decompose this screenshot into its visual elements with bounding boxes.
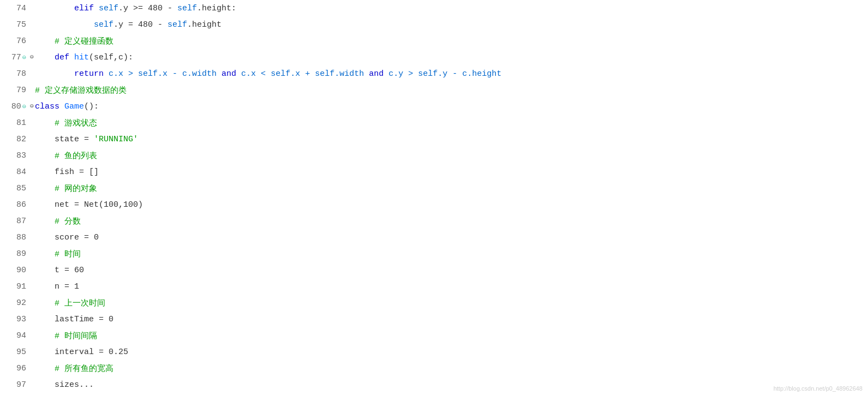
line-number: 78 bbox=[0, 69, 33, 79]
fold-icon[interactable]: ⊖ bbox=[22, 103, 26, 111]
code-row: 81 # 游戏状态 bbox=[0, 115, 868, 131]
token-id: state = bbox=[35, 135, 94, 144]
token-blue-id: .y - c.height bbox=[438, 69, 501, 79]
line-number: 91 bbox=[0, 282, 33, 291]
line-number: 79 bbox=[0, 86, 33, 95]
token-kw: return bbox=[74, 69, 109, 79]
token-cm: # 定义碰撞函数 bbox=[35, 37, 113, 46]
token-cm: # 上一次时间 bbox=[35, 299, 105, 308]
code-line-content: # 所有鱼的宽高 bbox=[33, 363, 868, 374]
line-number: 85 bbox=[0, 184, 33, 193]
code-line-content: lastTime = 0 bbox=[33, 315, 868, 324]
token-str: 'RUNNING' bbox=[94, 135, 138, 144]
code-row: 97 sizes... bbox=[0, 376, 868, 393]
token-id: fish = [] bbox=[35, 167, 99, 177]
token-id bbox=[35, 20, 94, 29]
token-id: .y = 480 - bbox=[113, 20, 167, 29]
code-row: 74 elif self.y >= 480 - self.height: bbox=[0, 0, 868, 16]
code-row: 82 state = 'RUNNING' bbox=[0, 131, 868, 147]
token-id: .height bbox=[187, 20, 222, 29]
token-id: score = 0 bbox=[35, 233, 99, 242]
code-row: 80⊖class Game(): bbox=[0, 98, 868, 115]
code-lines: 74 elif self.y >= 480 - self.height:75 s… bbox=[0, 0, 868, 393]
token-fn: Game bbox=[64, 102, 84, 111]
code-line-content: t = 60 bbox=[33, 266, 868, 275]
line-number: 88 bbox=[0, 233, 33, 242]
line-number: 80⊖ bbox=[0, 102, 33, 111]
code-row: 92 # 上一次时间 bbox=[0, 295, 868, 311]
line-number: 93 bbox=[0, 315, 33, 324]
code-line-content: # 分数 bbox=[33, 216, 868, 226]
token-fn: hit bbox=[74, 53, 89, 62]
token-cm: # 时间 bbox=[35, 250, 81, 259]
token-cm: # 定义存储游戏数据的类 bbox=[35, 86, 127, 95]
token-cm: # 分数 bbox=[35, 217, 81, 226]
code-row: 78 return c.x > self.x - c.width and c.x… bbox=[0, 65, 868, 82]
line-number: 89 bbox=[0, 249, 33, 259]
code-line-content: n = 1 bbox=[33, 282, 868, 291]
code-editor: 74 elif self.y >= 480 - self.height:75 s… bbox=[0, 0, 868, 395]
token-id: net = Net(100,100) bbox=[35, 200, 143, 210]
code-line-content: self.y = 480 - self.height bbox=[33, 20, 868, 29]
token-id: t = 60 bbox=[35, 266, 84, 275]
line-number: 97 bbox=[0, 380, 33, 390]
token-blue-id: c.x > bbox=[109, 69, 138, 79]
code-row: 84 fish = [] bbox=[0, 164, 868, 180]
code-row: 77⊖ def hit(self,c): bbox=[0, 49, 868, 65]
line-number: 75 bbox=[0, 20, 33, 29]
token-cm: # 游戏状态 bbox=[35, 119, 97, 128]
code-line-content: return c.x > self.x - c.width and c.x < … bbox=[33, 69, 868, 79]
token-blue-id: .x + bbox=[290, 69, 315, 79]
token-id: .y >= 480 - bbox=[118, 4, 177, 13]
code-line-content: fish = [] bbox=[33, 167, 868, 177]
code-row: 90 t = 60 bbox=[0, 262, 868, 278]
token-kw: and bbox=[369, 69, 384, 79]
token-blue-id: self bbox=[167, 20, 187, 29]
token-id: lastTime = 0 bbox=[35, 315, 113, 324]
code-row: 94 # 时间间隔 bbox=[0, 327, 868, 344]
code-line-content: # 上一次时间 bbox=[33, 298, 868, 308]
code-line-content: # 游戏状态 bbox=[33, 118, 868, 128]
token-kw: and bbox=[222, 69, 236, 79]
watermark: http://blog.csdn.net/p0_48962648 bbox=[774, 385, 863, 392]
code-row: 95 interval = 0.25 bbox=[0, 344, 868, 360]
line-number: 90 bbox=[0, 266, 33, 275]
token-cm: # 鱼的列表 bbox=[35, 152, 97, 161]
token-cm: # 所有鱼的宽高 bbox=[35, 364, 113, 374]
line-number: 76 bbox=[0, 37, 33, 46]
token-blue-id: .width bbox=[334, 69, 369, 79]
line-number: 95 bbox=[0, 348, 33, 357]
token-blue-id: self bbox=[315, 69, 334, 79]
line-number: 94 bbox=[0, 331, 33, 340]
token-cm: # 时间间隔 bbox=[35, 332, 97, 341]
token-id: (self,c): bbox=[89, 53, 133, 62]
code-line-content: def hit(self,c): bbox=[33, 53, 868, 62]
token-id: interval = 0.25 bbox=[35, 348, 128, 357]
code-row: 91 n = 1 bbox=[0, 278, 868, 295]
token-blue-id: .x - c.width bbox=[158, 69, 222, 79]
code-row: 83 # 鱼的列表 bbox=[0, 147, 868, 164]
code-line-content: net = Net(100,100) bbox=[33, 200, 868, 210]
token-blue-id: self bbox=[177, 4, 197, 13]
token-blue-id: self bbox=[418, 69, 438, 79]
token-kw: def bbox=[55, 53, 74, 62]
token-id bbox=[35, 53, 55, 62]
code-line-content: sizes... bbox=[33, 380, 868, 390]
line-number: 87 bbox=[0, 217, 33, 226]
token-blue-id: c.y > bbox=[384, 69, 418, 79]
line-number: 86 bbox=[0, 200, 33, 210]
code-row: 76 # 定义碰撞函数 bbox=[0, 33, 868, 49]
line-number: 77⊖ bbox=[0, 53, 33, 62]
line-number: 82 bbox=[0, 135, 33, 144]
token-blue-id: c.x < bbox=[236, 69, 271, 79]
code-row: 93 lastTime = 0 bbox=[0, 311, 868, 327]
token-id: .height: bbox=[197, 4, 236, 13]
token-id: sizes... bbox=[35, 380, 94, 390]
token-id: (): bbox=[84, 102, 99, 111]
code-row: 86 net = Net(100,100) bbox=[0, 196, 868, 213]
line-number: 92 bbox=[0, 298, 33, 308]
code-row: 88 score = 0 bbox=[0, 229, 868, 246]
line-number: 83 bbox=[0, 151, 33, 160]
code-line-content: # 定义存储游戏数据的类 bbox=[33, 85, 868, 95]
fold-icon[interactable]: ⊖ bbox=[22, 54, 26, 62]
